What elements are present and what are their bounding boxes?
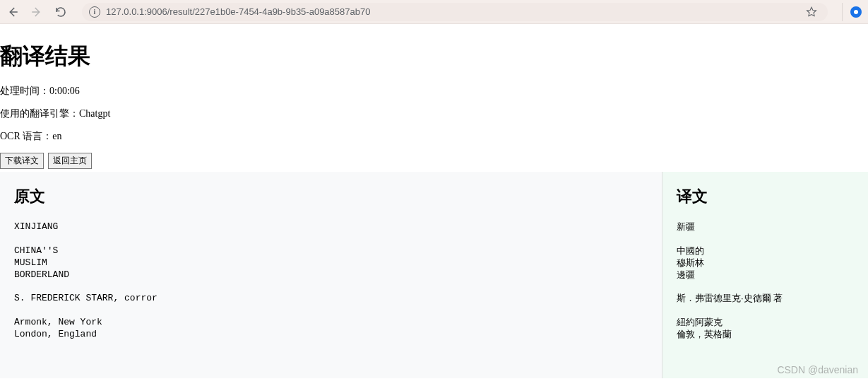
- page-content: 翻译结果 处理时间：0:00:06 使用的翻译引擎：Chatgpt OCR 语言…: [0, 41, 868, 378]
- translation-text: 新疆 中國的 穆斯林 邊疆 斯．弗雷德里克·史德爾 著 紐約阿蒙克 倫敦，英格蘭: [677, 221, 854, 341]
- browser-toolbar: i 127.0.0.1:9006/result/227e1b0e-7454-4a…: [0, 0, 868, 24]
- ocr-lang-value: en: [52, 131, 61, 141]
- reload-icon: [54, 6, 67, 18]
- forward-button[interactable]: [30, 5, 44, 19]
- bookmark-star-icon[interactable]: [805, 6, 818, 18]
- process-time-value: 0:00:06: [49, 86, 80, 96]
- address-bar[interactable]: i 127.0.0.1:9006/result/227e1b0e-7454-4a…: [82, 3, 828, 21]
- arrow-right-icon: [30, 6, 43, 18]
- result-panels: 原文 XINJIANG CHINA''S MUSLIM BORDERLAND S…: [0, 172, 868, 378]
- original-panel: 原文 XINJIANG CHINA''S MUSLIM BORDERLAND S…: [0, 172, 662, 378]
- site-info-icon[interactable]: i: [89, 6, 100, 18]
- home-button[interactable]: 返回主页: [48, 153, 92, 169]
- page-title: 翻译结果: [0, 41, 868, 72]
- engine-label: 使用的翻译引擎：: [0, 108, 79, 119]
- url-text: 127.0.0.1:9006/result/227e1b0e-7454-4a9b…: [106, 6, 370, 17]
- arrow-left-icon: [6, 6, 19, 18]
- translation-panel: 译文 新疆 中國的 穆斯林 邊疆 斯．弗雷德里克·史德爾 著 紐約阿蒙克 倫敦，…: [662, 172, 868, 378]
- original-text: XINJIANG CHINA''S MUSLIM BORDERLAND S. F…: [14, 221, 648, 341]
- ocr-lang-label: OCR 语言：: [0, 131, 52, 141]
- extension-icon[interactable]: [850, 6, 862, 18]
- ocr-lang-line: OCR 语言：en: [0, 130, 868, 143]
- process-time-line: 处理时间：0:00:06: [0, 85, 868, 98]
- download-button[interactable]: 下载译文: [0, 153, 44, 169]
- engine-line: 使用的翻译引擎：Chatgpt: [0, 107, 868, 120]
- button-row: 下载译文 返回主页: [0, 153, 868, 169]
- translation-heading: 译文: [677, 186, 854, 207]
- back-button[interactable]: [6, 5, 20, 19]
- original-heading: 原文: [14, 186, 648, 207]
- extensions-area: [842, 3, 862, 21]
- engine-value: Chatgpt: [79, 108, 110, 119]
- process-time-label: 处理时间：: [0, 86, 49, 96]
- reload-button[interactable]: [54, 5, 68, 19]
